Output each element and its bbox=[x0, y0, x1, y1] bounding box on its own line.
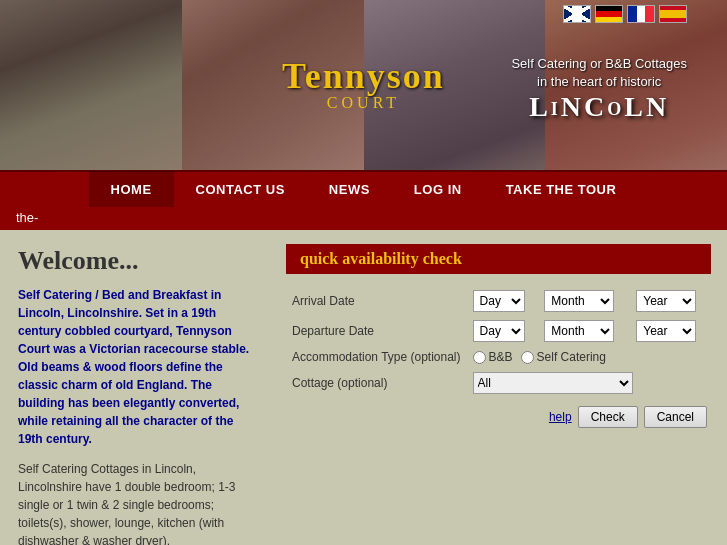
arrival-month-cell: Month bbox=[538, 286, 630, 316]
cancel-button[interactable]: Cancel bbox=[644, 406, 707, 428]
nav-item-tour[interactable]: TAKE THE TOUR bbox=[484, 171, 639, 207]
flag-uk[interactable] bbox=[563, 5, 591, 23]
cottage-row: Cottage (optional) All bbox=[286, 368, 711, 398]
logo-area: Tennyson COURT bbox=[282, 58, 445, 112]
departure-row: Departure Date Day Month Year bbox=[286, 316, 711, 346]
arrival-month-select[interactable]: Month bbox=[544, 290, 614, 312]
departure-day-cell: Day bbox=[467, 316, 539, 346]
departure-label: Departure Date bbox=[286, 316, 467, 346]
left-panel: Welcome... Self Catering / Bed and Break… bbox=[0, 230, 270, 545]
accom-sc-radio[interactable] bbox=[521, 351, 534, 364]
right-panel: quick availability check Arrival Date Da… bbox=[270, 230, 727, 545]
arrival-row: Arrival Date Day Month Year bbox=[286, 286, 711, 316]
header-photo-1 bbox=[0, 0, 182, 170]
accom-bb-label[interactable]: B&B bbox=[473, 350, 513, 364]
arrival-label: Arrival Date bbox=[286, 286, 467, 316]
welcome-intro: Self Catering / Bed and Breakfast in Lin… bbox=[18, 286, 252, 448]
flag-de[interactable] bbox=[595, 5, 623, 23]
cottage-select[interactable]: All bbox=[473, 372, 633, 394]
tagline-line2: in the heart of historic bbox=[511, 73, 687, 91]
availability-form: Arrival Date Day Month Year bbox=[286, 286, 711, 398]
accom-bb-radio[interactable] bbox=[473, 351, 486, 364]
logo-tennyson: Tennyson bbox=[282, 58, 445, 94]
accom-label: Accommodation Type (optional) bbox=[286, 346, 467, 368]
accom-radio-group: B&B Self Catering bbox=[473, 350, 705, 364]
flag-es[interactable] bbox=[659, 5, 687, 23]
cottage-select-cell: All bbox=[467, 368, 711, 398]
logo-court: COURT bbox=[282, 94, 445, 112]
nav-item-contact[interactable]: CONTACT US bbox=[174, 171, 307, 207]
quick-check-header: quick availability check bbox=[286, 244, 711, 274]
welcome-title: Welcome... bbox=[18, 246, 252, 276]
flag-fr[interactable] bbox=[627, 5, 655, 23]
header-photos-wrapper: Tennyson COURT Self Catering or B&B Cott… bbox=[0, 0, 727, 170]
welcome-body: Self Catering Cottages in Lincoln, Linco… bbox=[18, 460, 252, 545]
arrival-day-select[interactable]: Day bbox=[473, 290, 525, 312]
tagline-line1: Self Catering or B&B Cottages bbox=[511, 55, 687, 73]
tagline-area: Self Catering or B&B Cottages in the hea… bbox=[511, 55, 687, 123]
nav-bar: HOME CONTACT US NEWS LOG IN TAKE THE TOU… bbox=[0, 170, 727, 206]
flags-container bbox=[563, 5, 687, 23]
nav-item-news[interactable]: NEWS bbox=[307, 171, 392, 207]
accom-sc-label[interactable]: Self Catering bbox=[521, 350, 606, 364]
departure-year-cell: Year bbox=[630, 316, 711, 346]
departure-month-select[interactable]: Month bbox=[544, 320, 614, 342]
sub-header-text: the- bbox=[16, 210, 38, 225]
departure-day-select[interactable]: Day bbox=[473, 320, 525, 342]
lincoln-text: LINCOLN bbox=[511, 91, 687, 123]
arrival-year-select[interactable]: Year bbox=[636, 290, 696, 312]
nav-item-login[interactable]: LOG IN bbox=[392, 171, 484, 207]
check-button[interactable]: Check bbox=[578, 406, 638, 428]
departure-month-cell: Month bbox=[538, 316, 630, 346]
form-actions: help Check Cancel bbox=[286, 406, 711, 428]
accom-bb-text: B&B bbox=[489, 350, 513, 364]
sub-header: the- bbox=[0, 206, 727, 230]
nav-item-home[interactable]: HOME bbox=[89, 171, 174, 207]
departure-year-select[interactable]: Year bbox=[636, 320, 696, 342]
main-content: Welcome... Self Catering / Bed and Break… bbox=[0, 230, 727, 545]
arrival-day-cell: Day bbox=[467, 286, 539, 316]
cottage-label: Cottage (optional) bbox=[286, 368, 467, 398]
accom-sc-text: Self Catering bbox=[537, 350, 606, 364]
arrival-year-cell: Year bbox=[630, 286, 711, 316]
accom-row: Accommodation Type (optional) B&B Self C… bbox=[286, 346, 711, 368]
help-link[interactable]: help bbox=[549, 410, 572, 424]
accom-options-cell: B&B Self Catering bbox=[467, 346, 711, 368]
